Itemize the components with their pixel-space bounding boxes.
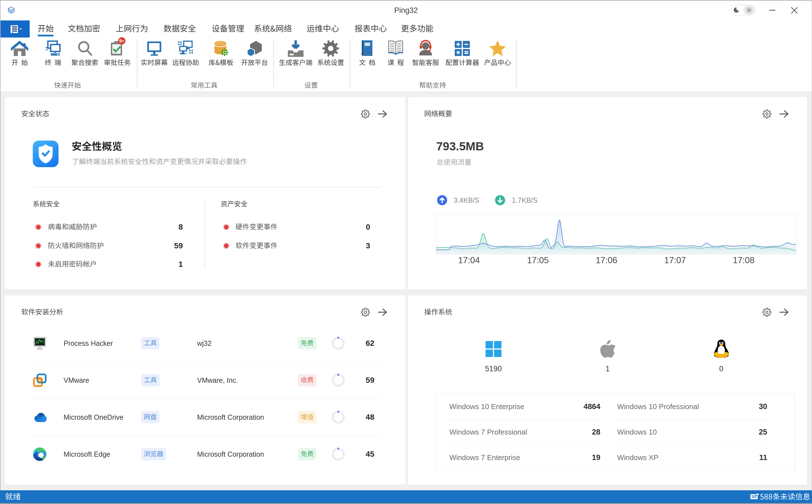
svg-text:9+: 9+ [119,39,124,43]
